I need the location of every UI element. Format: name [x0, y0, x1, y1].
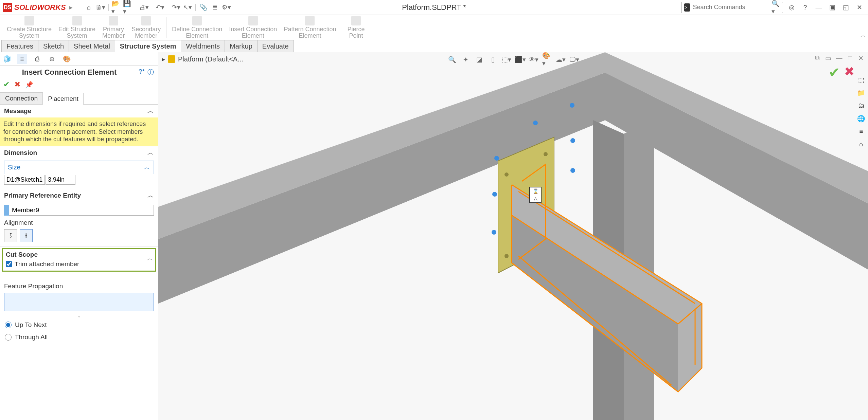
breadcrumb[interactable]: ▸ Platform (Default<A...	[162, 55, 243, 63]
section-primary-ref-header[interactable]: Primary Reference Entity︿	[0, 189, 158, 202]
new-icon[interactable]: 🗎▾	[95, 2, 106, 13]
configuration-manager-tab-icon[interactable]: ⎙	[32, 54, 42, 64]
trim-attached-checkbox[interactable]	[6, 261, 12, 267]
help-circle-icon[interactable]: ⓘ	[147, 68, 154, 77]
selection-color-swatch	[4, 205, 9, 216]
dim-value-input[interactable]	[46, 175, 75, 185]
edit-appearance-icon[interactable]: 🎨▾	[542, 54, 552, 65]
undo-icon[interactable]: ↶▾	[155, 2, 165, 13]
minimize-icon[interactable]: —	[813, 2, 825, 13]
viewport-minimize-icon[interactable]: —	[835, 54, 844, 62]
search-input[interactable]	[693, 4, 772, 11]
tab-features[interactable]: Features	[1, 40, 38, 52]
zoom-to-area-icon[interactable]: ✦	[461, 54, 471, 65]
home-icon[interactable]: ⌂	[84, 2, 94, 13]
cancel-button[interactable]: ✖	[14, 80, 20, 89]
feature-manager-tab-icon[interactable]: 🧊	[2, 54, 12, 64]
chevron-up-icon: ︿	[144, 163, 150, 172]
display-manager-tab-icon[interactable]: 🎨	[62, 54, 72, 64]
view-settings-icon[interactable]: 🖵▾	[569, 54, 580, 65]
graphics-area[interactable]: ▸ Platform (Default<A... 🔍 ✦ ◪ ▯ ⬚▾ ⬛▾ 👁…	[158, 52, 868, 420]
close-icon[interactable]: ✕	[854, 2, 865, 13]
confirm-ok-icon[interactable]: ✔	[829, 65, 840, 80]
app-name: SOLIDWORKS	[14, 3, 66, 12]
section-dimension-header[interactable]: Dimension︿	[0, 146, 158, 159]
primary-reference-input[interactable]	[9, 205, 154, 216]
tab-weldments[interactable]: Weldments	[181, 40, 225, 52]
ok-button[interactable]: ✔	[3, 80, 10, 89]
user-icon[interactable]: ◎	[786, 2, 797, 13]
dim-name-input[interactable]	[4, 175, 45, 185]
custom-properties-icon[interactable]: ⌂	[856, 139, 866, 149]
options-icon[interactable]: ⚙▾	[222, 2, 232, 13]
title-bar: DS SOLIDWORKS ▸ ⌂ 🗎▾ 📂▾ 💾▾ 🖨▾ ↶▾ ↷▾ ↖▾ 📎…	[0, 0, 868, 15]
link-views-icon[interactable]: ⧉	[813, 54, 822, 62]
trim-attached-checkbox-row[interactable]: Trim attached member	[6, 260, 152, 268]
svg-point-18	[492, 192, 497, 197]
ribbon-secondary-member: SecondaryMember	[128, 15, 164, 40]
part-icon	[168, 55, 175, 63]
tab-sketch[interactable]: Sketch	[38, 40, 69, 52]
terminal-icon: >_	[684, 3, 690, 12]
ribbon-pattern-connection: Pattern ConnectionElement	[280, 15, 339, 40]
maximize-icon[interactable]: ◱	[840, 2, 852, 13]
open-icon[interactable]: 📂▾	[111, 2, 122, 13]
expand-icon[interactable]: ▸	[162, 55, 165, 63]
ribbon-collapse-icon[interactable]: ︿	[861, 32, 866, 39]
viewport-close-icon[interactable]: ✕	[856, 54, 865, 62]
save-icon[interactable]: 💾▾	[123, 2, 133, 13]
view-palette-icon[interactable]: 🌐	[856, 113, 866, 124]
view-orientation-icon[interactable]: ⬚▾	[501, 54, 512, 65]
hide-show-icon[interactable]: 👁▾	[529, 54, 539, 65]
section-view-icon[interactable]: ▯	[488, 54, 498, 65]
viewport-maximize-icon[interactable]: □	[846, 54, 854, 62]
trim-attached-label: Trim attached member	[15, 260, 79, 268]
inner-tab-connection[interactable]: Connection	[0, 92, 43, 104]
drag-handle-icon[interactable]: ◦	[0, 314, 158, 319]
solidworks-resources-icon[interactable]: ⬚	[856, 75, 866, 85]
print-icon[interactable]: 🖨▾	[139, 2, 149, 13]
property-manager-tab-icon[interactable]: ≡	[17, 54, 27, 64]
tab-evaluate[interactable]: Evaluate	[257, 40, 294, 52]
dimxpert-tab-icon[interactable]: ⊕	[47, 54, 57, 64]
ribbon-edit-structure: Edit StructureSystem	[55, 15, 99, 40]
rebuild-icon[interactable]: ≣	[210, 2, 220, 13]
feature-propagation-label: Feature Propagation	[0, 281, 158, 291]
tab-sheet-metal[interactable]: Sheet Metal	[69, 40, 115, 52]
alignment-option-1[interactable]: ⫱	[4, 229, 17, 242]
tab-markup[interactable]: Markup	[225, 40, 258, 52]
search-icon[interactable]: 🔍▾	[772, 0, 780, 15]
attach-icon[interactable]: 📎	[198, 2, 209, 13]
tab-structure-system[interactable]: Structure System	[115, 40, 181, 52]
select-icon[interactable]: ↖▾	[182, 2, 193, 13]
document-title: Platform.SLDPRT *	[402, 3, 466, 12]
size-dropdown[interactable]: Size ︿	[4, 161, 154, 174]
svg-point-8	[504, 254, 509, 258]
redo-icon[interactable]: ↷▾	[171, 2, 181, 13]
flyout-icon[interactable]: ▸	[69, 3, 73, 11]
radio-through-all[interactable]: Through All	[5, 333, 153, 341]
design-library-icon[interactable]: 📁	[856, 88, 866, 98]
section-message-header[interactable]: Message︿	[0, 105, 158, 117]
display-style-icon[interactable]: ⬛▾	[515, 54, 525, 65]
file-explorer-icon[interactable]: 🗂	[856, 101, 866, 111]
viewport-single-icon[interactable]: ▭	[824, 54, 833, 62]
appearances-icon[interactable]: ≡	[856, 126, 866, 136]
apply-scene-icon[interactable]: ☁▾	[556, 54, 566, 65]
cut-scope-highlight: Cut Scope Trim attached member	[2, 248, 156, 272]
restore-icon[interactable]: ▣	[827, 2, 838, 13]
pin-icon[interactable]: 📌	[25, 81, 33, 89]
help-icon[interactable]: ?	[799, 2, 811, 13]
zoom-to-fit-icon[interactable]: 🔍	[447, 54, 457, 65]
inner-tab-placement[interactable]: Placement	[43, 93, 84, 105]
alignment-option-2[interactable]: ⫲	[20, 229, 33, 242]
radio-up-to-next[interactable]: Up To Next	[5, 321, 153, 329]
command-search[interactable]: >_ 🔍▾	[681, 2, 783, 13]
confirm-cancel-icon[interactable]: ✖	[844, 65, 854, 80]
svg-point-17	[570, 168, 575, 173]
section-cut-scope-header[interactable]: Cut Scope	[6, 250, 152, 260]
previous-view-icon[interactable]: ◪	[474, 54, 484, 65]
feature-propagation-selection[interactable]	[4, 293, 154, 311]
collapse-icon: ︿	[147, 191, 154, 200]
property-help-icon[interactable]: ?*	[139, 68, 145, 77]
